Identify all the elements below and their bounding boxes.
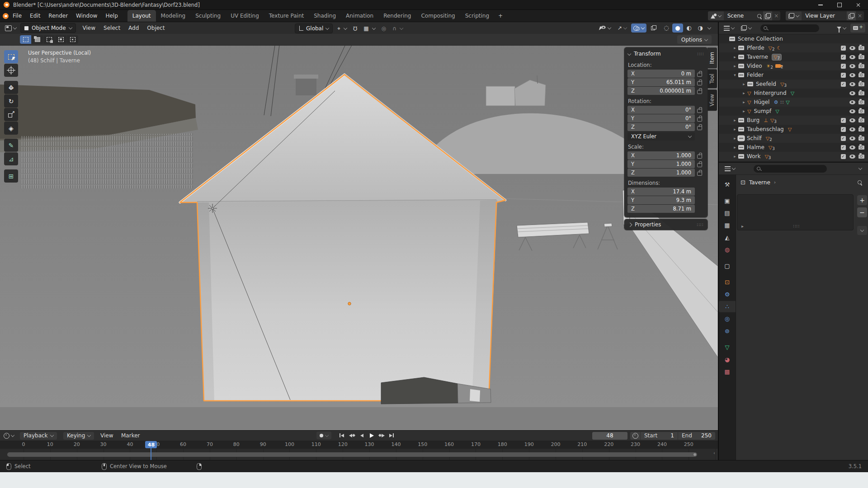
scale-x-field[interactable]: X1.000 [627,151,695,160]
play-button[interactable] [367,432,376,439]
particle-system-list[interactable]: ▸ ∷∷ [737,194,854,230]
transform-tool-button[interactable]: ◈ [4,122,18,135]
workspace-tab-layout[interactable]: Layout [127,10,156,22]
properties-tab-view-layer[interactable]: ▦ [719,220,736,231]
add-particle-system-button[interactable]: + [857,195,867,205]
properties-tab-scene[interactable]: ◭ [719,232,736,243]
hide-in-viewport-toggle[interactable] [849,127,855,131]
disclosure-closed-icon[interactable]: ▸ [741,100,747,104]
menu-edit[interactable]: Edit [26,10,44,22]
select-mode-set[interactable] [20,35,31,44]
sidebar-tab-tool[interactable]: Tool [708,69,717,88]
outliner-row-scene-collection[interactable]: Scene Collection [719,34,868,43]
dimensions-z-field[interactable]: Z8.71 m [627,205,695,213]
jump-to-start-button[interactable] [337,432,346,439]
hide-in-viewport-toggle[interactable] [849,55,855,59]
exclude-checkbox[interactable]: ✓ [841,154,846,159]
disable-in-renders-toggle[interactable] [859,64,864,68]
outliner-search-input[interactable] [760,24,819,32]
measure-tool-button[interactable]: ⊿ [4,152,18,165]
outliner-row-burg[interactable]: ▸Burg⊥▽3✓ [719,116,868,125]
disable-in-renders-toggle[interactable] [859,46,864,50]
dimensions-x-field[interactable]: X17.4 m [627,188,695,196]
3d-viewport[interactable]: Object Mode ViewSelectAddObject Global ⌖… [0,22,718,430]
disclosure-closed-icon[interactable]: ▸ [731,46,738,50]
drag-grip-icon[interactable]: ∷∷ [697,52,704,56]
pin-icon[interactable] [857,179,863,185]
lock-toggle[interactable] [695,124,704,130]
menu-render[interactable]: Render [44,10,72,22]
cursor-tool-button[interactable] [4,64,18,77]
drag-grip-icon[interactable]: ∷∷ [793,224,800,229]
rendered-shading-button[interactable]: ◑ [695,23,706,33]
select-box-tool-button[interactable] [4,50,18,63]
new-view-layer-button[interactable] [847,11,856,20]
outliner-filter-button[interactable] [835,23,848,33]
rotation-y-field[interactable]: Y0° [627,114,695,122]
exclude-checkbox[interactable]: ✓ [841,145,846,150]
scale-z-field[interactable]: Z1.000 [627,169,695,177]
annotate-tool-button[interactable]: ✎ [4,139,18,152]
outliner-row-taverne[interactable]: ▸Taverne▽7✓ [719,52,868,61]
select-mode-subtract[interactable] [43,35,55,44]
properties-collapsed-panel[interactable]: Properties ∷∷ [624,219,708,230]
viewport-menu-object[interactable]: Object [143,25,169,31]
proportional-edit-toggle[interactable]: ◎ [380,24,388,33]
workspace-tab-compositing[interactable]: Compositing [416,10,460,22]
rotate-tool-button[interactable]: ↻ [4,94,18,108]
shading-dropdown[interactable] [706,23,712,33]
outliner-row-work[interactable]: ▸Work▽3✓ [719,152,868,161]
location-y-field[interactable]: Y65.011 m [627,78,695,86]
use-preview-range-button[interactable] [630,432,640,440]
blender-menu-icon[interactable] [3,13,9,19]
viewport-canvas[interactable] [0,22,718,407]
expand-icon[interactable]: ▸ [741,224,744,229]
scene-browse-button[interactable] [708,11,724,20]
rotation-x-field[interactable]: X0° [627,106,695,114]
lock-toggle[interactable] [695,153,704,159]
exclude-checkbox[interactable]: ✓ [841,55,846,60]
new-scene-button[interactable] [763,11,772,20]
workspace-tab-shading[interactable]: Shading [309,10,341,22]
hide-in-viewport-toggle[interactable] [849,136,855,141]
disable-in-renders-toggle[interactable] [859,82,864,86]
add-workspace-button[interactable]: + [494,10,507,22]
lock-toggle[interactable] [695,116,704,122]
rotation-z-field[interactable]: Z0° [627,123,695,131]
properties-tab-modifiers[interactable]: ⚙ [719,289,736,300]
properties-tab-texture[interactable]: ▩ [719,366,736,377]
scale-y-field[interactable]: Y1.000 [627,160,695,168]
disclosure-closed-icon[interactable]: ▸ [731,118,738,122]
viewport-menu-select[interactable]: Select [99,25,124,31]
timeline-menu-keying[interactable]: Keying [63,432,94,440]
select-mode-intersect[interactable] [67,35,78,44]
timeline-tracks[interactable] [0,449,718,460]
lock-toggle[interactable] [695,88,704,94]
properties-tab-data[interactable]: ▽ [719,342,736,353]
properties-tab-tool[interactable]: ⚒ [719,179,736,190]
outliner-row-seefeld[interactable]: ▸Seefeld▽3✓ [719,80,868,89]
hide-in-viewport-toggle[interactable] [849,145,855,150]
view-layer-name[interactable]: View Layer [802,13,847,19]
timeline-editor-type-button[interactable] [4,431,14,441]
breadcrumb-object-name[interactable]: Taverne [749,179,770,186]
disable-in-renders-toggle[interactable] [859,155,864,159]
region-collapse-icon[interactable]: ‹ [713,450,715,455]
properties-tab-output[interactable]: ▤ [719,207,736,219]
record-icon[interactable] [320,434,323,437]
disclosure-closed-icon[interactable]: ▸ [741,109,747,113]
empty-starburst[interactable] [208,204,217,213]
material-preview-button[interactable]: ◐ [684,23,694,33]
outliner-row-schilf[interactable]: ▸Schilf▽2✓ [719,134,868,143]
lock-toggle[interactable] [695,107,704,113]
disable-in-renders-toggle[interactable] [859,109,864,113]
editor-type-button[interactable] [3,25,19,31]
disable-in-renders-toggle[interactable] [859,55,864,59]
disclosure-closed-icon[interactable]: ▸ [731,127,738,131]
disable-in-renders-toggle[interactable] [859,73,864,77]
exclude-checkbox[interactable]: ✓ [841,136,846,141]
outliner-row-halme[interactable]: ▸Halme▽3✓ [719,143,868,152]
end-frame-field[interactable]: End 250 [678,432,715,440]
workspace-tab-modeling[interactable]: Modeling [156,10,191,22]
exclude-checkbox[interactable]: ✓ [841,46,846,51]
